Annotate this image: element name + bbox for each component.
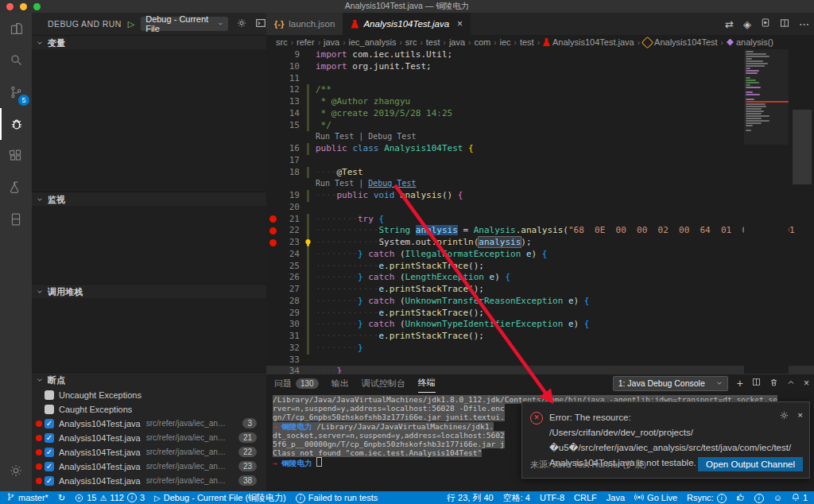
- breadcrumb-item[interactable]: java: [324, 37, 339, 47]
- extensions-icon[interactable]: [0, 140, 32, 172]
- breadcrumb-item[interactable]: Analysis104Test.java: [543, 37, 634, 47]
- search-icon[interactable]: [0, 45, 32, 76]
- debug-config-dropdown[interactable]: Debug - Current File: [141, 17, 228, 31]
- panel-tab[interactable]: 输出: [331, 374, 349, 392]
- breadcrumb-item[interactable]: com: [474, 37, 490, 47]
- split-terminal-icon[interactable]: [752, 378, 761, 389]
- status-item[interactable]: 行 23, 列 40: [447, 492, 494, 504]
- close-icon[interactable]: ×: [457, 18, 463, 29]
- breakpoint-row[interactable]: ✓Analysis104Test.javasrc/refer/java/iec_…: [32, 445, 266, 459]
- status-item[interactable]: ↻: [58, 493, 65, 503]
- debug-console-icon[interactable]: [255, 17, 266, 30]
- section-variables[interactable]: 变量: [32, 35, 266, 50]
- breadcrumb-item[interactable]: test: [426, 37, 440, 47]
- checkbox-checked[interactable]: ✓: [45, 433, 54, 443]
- panel-tab[interactable]: 问题130: [274, 374, 319, 392]
- status-item[interactable]: [736, 493, 745, 503]
- checkbox-checked[interactable]: ✓: [45, 462, 54, 471]
- notification-close-icon[interactable]: ×: [797, 410, 803, 422]
- checkbox-checked[interactable]: ✓: [45, 419, 54, 428]
- kill-terminal-icon[interactable]: [769, 378, 778, 390]
- checkbox-checked[interactable]: ✓: [45, 476, 54, 486]
- source-control-icon[interactable]: 5: [0, 76, 32, 108]
- breakpoint-row[interactable]: ✓Analysis104Test.javasrc/refer/java/iec_…: [32, 459, 266, 473]
- run-test-file-icon[interactable]: [761, 17, 770, 30]
- status-item[interactable]: iFailed to run tests: [296, 492, 378, 503]
- token: analysis: [521, 225, 563, 235]
- start-debug-icon[interactable]: ▷: [128, 19, 134, 29]
- status-item[interactable]: i: [754, 492, 764, 503]
- files-icon[interactable]: [0, 13, 32, 45]
- status-item[interactable]: Java: [607, 493, 625, 502]
- gutter-gap: [303, 308, 316, 320]
- breakpoint-row[interactable]: ✓Analysis104Test.javasrc/refer/java/iec_…: [32, 474, 266, 487]
- section-callstack[interactable]: 调用堆栈: [32, 284, 266, 299]
- maximize-panel-icon[interactable]: [787, 378, 795, 389]
- notebook-icon[interactable]: [0, 204, 32, 235]
- status-item[interactable]: CRLF: [574, 493, 597, 502]
- breadcrumb-item[interactable]: src: [405, 37, 417, 47]
- diagnostics-status[interactable]: 15⚠112i3: [75, 493, 145, 502]
- breadcrumb-item[interactable]: refer: [297, 37, 315, 47]
- settings-gear-icon[interactable]: [0, 455, 32, 487]
- notification-source: 来源: Java Test Runner (扩展): [530, 459, 646, 471]
- checkbox-checked[interactable]: ✓: [45, 448, 54, 457]
- checkbox-unchecked[interactable]: [45, 405, 54, 414]
- open-output-channel-button[interactable]: Open Output Channel: [698, 457, 803, 471]
- status-item[interactable]: Go Live: [634, 493, 677, 503]
- close-panel-icon[interactable]: ×: [804, 378, 809, 389]
- status-item[interactable]: Rsync:i: [687, 492, 727, 503]
- debug-icon[interactable]: [0, 108, 32, 140]
- status-item[interactable]: ▷Debug - Current File (铜陵电力): [154, 492, 286, 504]
- code-editor[interactable]: 9import com.iec.utils.Util;10import org.…: [266, 49, 814, 374]
- code-text: * @Author zhangyu: [316, 96, 410, 108]
- breadcrumb-item[interactable]: analysis(): [727, 37, 773, 47]
- editor-tab[interactable]: Analysis104Test.java×: [343, 13, 471, 35]
- token: catch: [368, 249, 394, 259]
- token: (: [394, 272, 405, 282]
- panel-tab[interactable]: 调试控制台: [362, 374, 405, 392]
- token: try: [358, 214, 374, 224]
- debug-console-selector[interactable]: 1: Java Debug Console: [613, 376, 728, 391]
- breakpoint-dot[interactable]: [266, 225, 279, 237]
- gear-icon[interactable]: [236, 17, 247, 30]
- panel-tab[interactable]: 终端: [418, 374, 436, 393]
- breakpoint-row[interactable]: ✓Analysis104Test.javasrc/refer/java/iec_…: [32, 431, 266, 444]
- run-icon[interactable]: ◈: [743, 18, 751, 30]
- breadcrumb-item[interactable]: iec_analysis: [349, 37, 397, 47]
- breadcrumb-label: Analysis104Test: [654, 37, 718, 47]
- breadcrumb-item[interactable]: java: [449, 37, 465, 47]
- minimap-line: [746, 110, 764, 112]
- open-changes-icon[interactable]: ⇄: [725, 18, 734, 30]
- checkbox-unchecked[interactable]: [45, 390, 54, 400]
- more-actions-icon[interactable]: ⋯: [799, 18, 809, 30]
- minimap[interactable]: [744, 49, 789, 374]
- codelens-debug-test-link[interactable]: Debug Test: [368, 179, 416, 188]
- status-item[interactable]: master*: [6, 492, 48, 503]
- section-watch[interactable]: 监视: [32, 192, 266, 207]
- braces-icon: {-}: [274, 19, 284, 29]
- breakpoint-dot[interactable]: [266, 214, 279, 226]
- test-beaker-icon[interactable]: [0, 172, 32, 204]
- status-item[interactable]: 空格: 4: [503, 492, 530, 504]
- new-terminal-icon[interactable]: +: [737, 377, 743, 390]
- debug-sidebar: DEBUG AND RUN ▷ Debug - Current File 变量 …: [32, 13, 266, 491]
- breakpoint-row[interactable]: ✓Analysis104Test.javasrc/refer/java/iec_…: [32, 417, 266, 430]
- line-number: 18: [279, 167, 303, 179]
- uncaught-exceptions-row[interactable]: Uncaught Exceptions: [32, 388, 266, 401]
- breadcrumb-item[interactable]: src: [276, 37, 288, 47]
- status-item[interactable]: 1: [792, 493, 808, 503]
- count-label: 15: [87, 493, 96, 502]
- editor-tab[interactable]: {-}launch.json: [266, 13, 343, 35]
- split-editor-icon[interactable]: [780, 18, 789, 30]
- breakpoint-dot[interactable]: [266, 237, 279, 249]
- breadcrumb-item[interactable]: test: [520, 37, 534, 47]
- caught-exceptions-row[interactable]: Caught Exceptions: [32, 402, 266, 416]
- breadcrumb-item[interactable]: iec: [500, 37, 511, 47]
- section-breakpoints[interactable]: 断点: [32, 372, 266, 387]
- breadcrumb-item[interactable]: Analysis104Test: [643, 37, 718, 47]
- status-item[interactable]: UTF-8: [540, 493, 564, 502]
- status-item[interactable]: ☺: [773, 493, 782, 502]
- scrollbar-thumb[interactable]: [793, 110, 812, 184]
- notification-gear-icon[interactable]: [779, 410, 789, 422]
